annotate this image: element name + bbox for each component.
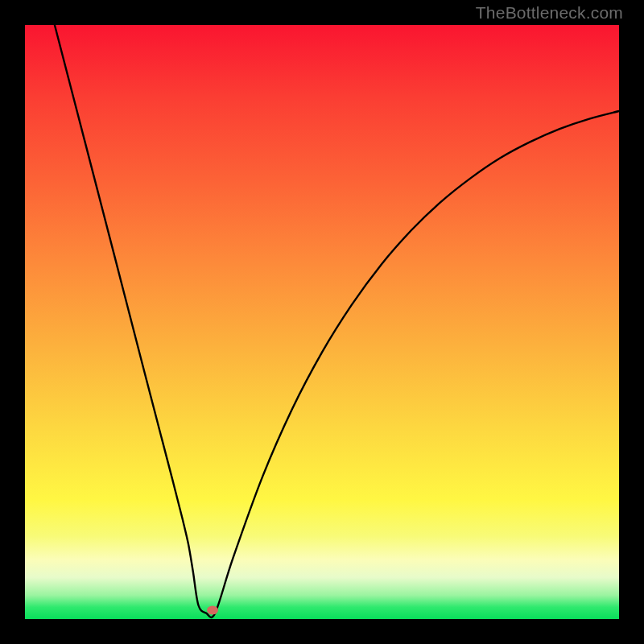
plot-area	[25, 25, 619, 619]
curve-path	[55, 25, 619, 617]
bottleneck-curve	[25, 25, 619, 619]
minimum-marker	[207, 605, 218, 614]
watermark-text: TheBottleneck.com	[476, 3, 623, 23]
chart-frame: TheBottleneck.com	[0, 0, 644, 644]
